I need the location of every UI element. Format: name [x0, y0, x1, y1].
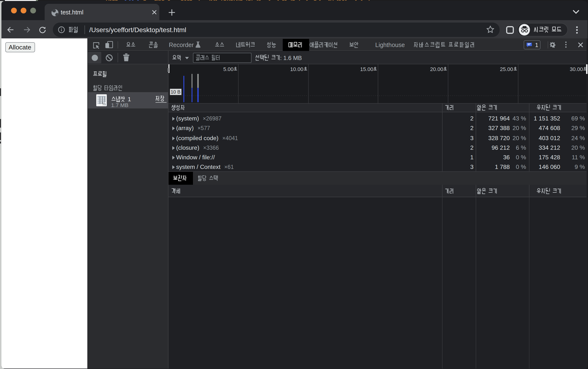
- svg-text:%: %: [102, 102, 106, 106]
